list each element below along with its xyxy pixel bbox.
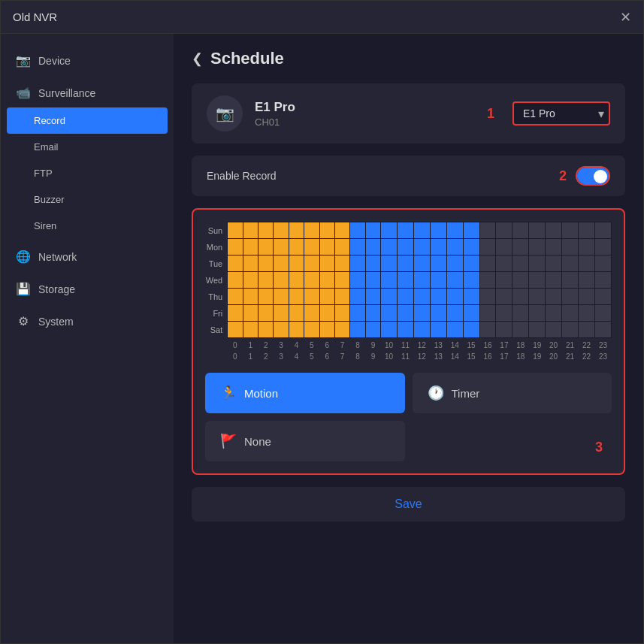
grid-cell-sun-9[interactable] (365, 222, 380, 239)
grid-cell-thu-0[interactable] (228, 289, 243, 305)
grid-cell-sat-23[interactable] (594, 322, 611, 338)
grid-cell-fri-16[interactable] (479, 305, 496, 322)
grid-cell-thu-23[interactable] (594, 289, 611, 305)
grid-cell-sat-11[interactable] (398, 322, 414, 338)
grid-cell-sun-3[interactable] (274, 222, 289, 239)
grid-cell-mon-17[interactable] (496, 239, 512, 255)
grid-cell-mon-21[interactable] (562, 239, 579, 255)
grid-cell-thu-1[interactable] (243, 289, 258, 305)
sidebar-item-network[interactable]: 🌐 Network (1, 242, 174, 271)
grid-cell-sat-18[interactable] (512, 322, 529, 338)
grid-cell-sun-6[interactable] (319, 222, 334, 239)
grid-cell-tue-18[interactable] (512, 255, 529, 272)
grid-cell-mon-7[interactable] (334, 239, 349, 255)
mode-button-timer[interactable]: 🕐 Timer (413, 373, 612, 413)
grid-cell-fri-21[interactable] (562, 305, 579, 322)
grid-cell-sun-16[interactable] (479, 222, 496, 239)
grid-cell-sun-20[interactable] (546, 222, 562, 239)
grid-cell-sun-7[interactable] (334, 222, 349, 239)
grid-cell-sat-9[interactable] (365, 322, 380, 338)
grid-cell-tue-21[interactable] (562, 255, 579, 272)
grid-cell-tue-22[interactable] (578, 255, 594, 272)
grid-cell-sat-0[interactable] (228, 322, 243, 338)
grid-cell-mon-16[interactable] (479, 239, 496, 255)
grid-cell-sun-4[interactable] (289, 222, 304, 239)
grid-cell-sat-4[interactable] (289, 322, 304, 338)
grid-cell-tue-16[interactable] (479, 255, 496, 272)
grid-cell-wed-2[interactable] (258, 272, 273, 289)
grid-cell-wed-23[interactable] (594, 272, 611, 289)
grid-cell-sat-15[interactable] (463, 322, 479, 338)
grid-cell-thu-5[interactable] (304, 289, 319, 305)
grid-cell-sat-10[interactable] (381, 322, 398, 338)
grid-cell-sun-5[interactable] (304, 222, 319, 239)
grid-cell-wed-13[interactable] (430, 272, 446, 289)
sidebar-item-storage[interactable]: 💾 Storage (1, 274, 174, 304)
device-selector[interactable]: E1 Pro CH02 CH03 CH04 (512, 101, 610, 125)
grid-cell-mon-0[interactable] (228, 239, 243, 255)
grid-cell-thu-7[interactable] (334, 289, 349, 305)
grid-cell-sat-5[interactable] (304, 322, 319, 338)
grid-cell-wed-20[interactable] (546, 272, 562, 289)
grid-cell-fri-15[interactable] (463, 305, 479, 322)
grid-cell-tue-20[interactable] (546, 255, 562, 272)
mode-button-motion[interactable]: 🏃 Motion (205, 373, 405, 413)
grid-cell-wed-18[interactable] (512, 272, 529, 289)
grid-cell-sun-19[interactable] (529, 222, 546, 239)
grid-cell-wed-3[interactable] (274, 272, 289, 289)
grid-cell-wed-8[interactable] (350, 272, 365, 289)
grid-cell-thu-22[interactable] (578, 289, 594, 305)
grid-cell-sat-2[interactable] (258, 322, 273, 338)
grid-cell-thu-12[interactable] (413, 289, 430, 305)
grid-cell-fri-11[interactable] (398, 305, 414, 322)
grid-cell-tue-14[interactable] (446, 255, 463, 272)
grid-cell-mon-11[interactable] (398, 239, 414, 255)
grid-cell-sat-21[interactable] (562, 322, 579, 338)
grid-cell-thu-3[interactable] (274, 289, 289, 305)
grid-cell-wed-17[interactable] (496, 272, 512, 289)
grid-cell-sun-8[interactable] (350, 222, 365, 239)
grid-cell-fri-14[interactable] (446, 305, 463, 322)
sidebar-item-email[interactable]: Email (1, 134, 174, 160)
grid-cell-mon-22[interactable] (578, 239, 594, 255)
grid-cell-fri-20[interactable] (546, 305, 562, 322)
grid-cell-thu-9[interactable] (365, 289, 380, 305)
grid-cell-sat-16[interactable] (479, 322, 496, 338)
grid-cell-fri-6[interactable] (319, 305, 334, 322)
grid-cell-fri-9[interactable] (365, 305, 380, 322)
grid-cell-thu-21[interactable] (562, 289, 579, 305)
grid-cell-wed-16[interactable] (479, 272, 496, 289)
grid-cell-sat-17[interactable] (496, 322, 512, 338)
grid-cell-thu-11[interactable] (398, 289, 414, 305)
grid-cell-fri-1[interactable] (243, 305, 258, 322)
grid-cell-sat-6[interactable] (319, 322, 334, 338)
grid-cell-sun-23[interactable] (594, 222, 611, 239)
grid-cell-tue-11[interactable] (398, 255, 414, 272)
grid-cell-mon-10[interactable] (381, 239, 398, 255)
grid-cell-mon-1[interactable] (243, 239, 258, 255)
sidebar-item-ftp[interactable]: FTP (1, 160, 174, 186)
sidebar-item-siren[interactable]: Siren (1, 213, 174, 239)
grid-cell-sun-2[interactable] (258, 222, 273, 239)
close-button[interactable]: ✕ (620, 11, 631, 24)
grid-cell-wed-4[interactable] (289, 272, 304, 289)
grid-cell-tue-5[interactable] (304, 255, 319, 272)
grid-cell-tue-4[interactable] (289, 255, 304, 272)
grid-cell-sun-13[interactable] (430, 222, 446, 239)
grid-cell-wed-14[interactable] (446, 272, 463, 289)
grid-cell-sat-1[interactable] (243, 322, 258, 338)
grid-cell-sun-21[interactable] (562, 222, 579, 239)
grid-cell-tue-8[interactable] (350, 255, 365, 272)
sidebar-item-buzzer[interactable]: Buzzer (1, 186, 174, 213)
grid-cell-fri-13[interactable] (430, 305, 446, 322)
grid-cell-fri-17[interactable] (496, 305, 512, 322)
grid-cell-tue-12[interactable] (413, 255, 430, 272)
grid-cell-sat-14[interactable] (446, 322, 463, 338)
sidebar-item-system[interactable]: ⚙ System (1, 307, 174, 336)
grid-cell-fri-8[interactable] (350, 305, 365, 322)
sidebar-item-surveillance[interactable]: 📹 Surveillance (1, 78, 174, 107)
grid-cell-thu-6[interactable] (319, 289, 334, 305)
grid-cell-wed-11[interactable] (398, 272, 414, 289)
grid-cell-tue-19[interactable] (529, 255, 546, 272)
grid-cell-tue-13[interactable] (430, 255, 446, 272)
